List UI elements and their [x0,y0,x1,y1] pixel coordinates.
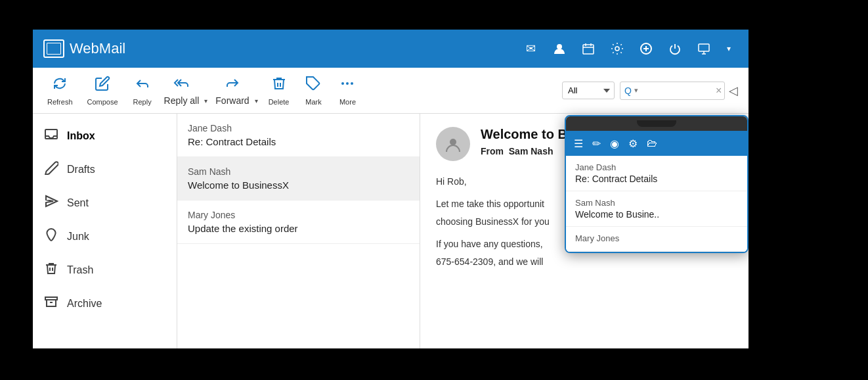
search-clear-button[interactable]: × [716,85,722,97]
app-logo: WebMail [43,39,517,58]
forward-button[interactable]: Forward ▾ [211,71,260,110]
email-item-2[interactable]: Sam Nash Welcome to BusinessX [177,157,420,201]
email-subject-3: Update the existing order [188,223,409,234]
app-title: WebMail [70,40,125,57]
mobile-folder-icon[interactable]: 🗁 [647,137,657,149]
svg-rect-16 [45,130,57,139]
filter-select[interactable]: All Unread Flagged [562,82,615,99]
nav-display-btn[interactable] [691,36,717,62]
app-container: WebMail ✉ ▾ [33,30,749,348]
email-sender-2: Sam Nash [188,166,409,177]
email-subject-2: Welcome to BusinessX [188,179,409,191]
sidebar-item-trash[interactable]: Trash [33,253,177,287]
mobile-settings-icon[interactable]: ⚙ [628,137,638,150]
reply-button[interactable]: Reply [126,72,159,110]
mobile-compose-icon[interactable]: ✏ [592,137,601,150]
nav-settings-btn[interactable] [604,36,630,62]
mobile-sender-2: Sam Nash [575,198,738,208]
mobile-view-icon[interactable]: ◉ [610,137,619,150]
svg-point-13 [342,83,343,84]
nav-add-btn[interactable] [633,36,659,62]
reply-all-icon [173,75,189,93]
email-item-3[interactable]: Mary Jones Update the existing order [177,201,420,244]
mobile-subject-2: Welcome to Busine.. [575,209,738,220]
reply-all-arrow[interactable]: ▾ [203,71,210,110]
trash-icon [43,261,59,279]
email-sender-1: Jane Dash [188,123,409,133]
reply-label: Reply [133,98,152,106]
sidebar-item-archive[interactable]: Archive [33,287,177,320]
from-name: Sam Nash [509,146,553,156]
sidebar-trash-label: Trash [67,264,93,276]
forward-icon [225,75,240,93]
sidebar-item-inbox[interactable]: Inbox [33,119,177,153]
compose-label: Compose [87,98,118,106]
top-nav: ✉ ▾ [517,36,738,62]
top-bar: WebMail ✉ ▾ [33,30,749,68]
sidebar-item-drafts[interactable]: Drafts [33,153,177,186]
mark-button[interactable]: Mark [297,72,330,110]
inbox-icon [43,127,59,145]
search-box: Q ▾ × [620,82,725,100]
more-label: More [339,98,356,106]
reply-all-label: Reply all [164,95,200,106]
refresh-label: Refresh [47,98,73,106]
svg-point-0 [557,44,562,49]
delete-button[interactable]: Delete [262,72,296,110]
search-icon[interactable]: Q [624,85,632,96]
sidebar-item-sent[interactable]: Sent [33,186,177,220]
nav-mail-btn[interactable]: ✉ [517,36,544,62]
from-label: From [481,146,504,156]
mark-icon [305,76,321,95]
email-item-1[interactable]: Jane Dash Re: Contract Details [177,114,420,157]
toolbar-collapse-btn[interactable]: ◁ [726,81,741,101]
search-area: All Unread Flagged Q ▾ × [562,82,725,100]
svg-point-5 [615,47,619,51]
mobile-email-item-1[interactable]: Jane Dash Re: Contract Details [566,156,747,191]
svg-point-14 [347,83,348,84]
archive-icon [43,295,59,312]
svg-point-19 [450,139,456,145]
refresh-button[interactable]: Refresh [41,72,79,110]
mobile-overlay: ☰ ✏ ◉ ⚙ 🗁 Jane Dash Re: Contract Details… [565,115,749,253]
mobile-toolbar: ☰ ✏ ◉ ⚙ 🗁 [566,131,747,156]
svg-rect-18 [45,297,57,300]
device-notch [637,120,676,127]
sidebar-item-junk[interactable]: Junk [33,220,177,253]
refresh-icon [52,76,68,95]
sidebar-junk-label: Junk [67,231,89,243]
compose-icon [95,76,110,95]
mobile-sender-1: Jane Dash [575,162,738,172]
delete-icon [271,76,287,95]
nav-dropdown-btn[interactable]: ▾ [720,36,738,62]
svg-rect-1 [583,45,594,54]
search-input[interactable] [641,85,713,95]
svg-marker-17 [46,196,57,206]
mobile-email-list: Jane Dash Re: Contract Details Sam Nash … [566,156,747,252]
mobile-sender-3: Mary Jones [575,233,738,243]
sidebar-sent-label: Sent [67,197,89,209]
more-button[interactable]: More [331,72,364,110]
compose-button[interactable]: Compose [81,72,125,110]
sidebar-drafts-label: Drafts [67,164,95,176]
sidebar: Inbox Drafts Sent Junk [33,114,177,348]
nav-contacts-btn[interactable] [546,36,573,62]
junk-icon [43,227,59,245]
reply-all-button[interactable]: Reply all ▾ [160,71,211,110]
mobile-email-item-2[interactable]: Sam Nash Welcome to Busine.. [566,191,747,227]
forward-arrow[interactable]: ▾ [253,71,261,110]
sidebar-inbox-label: Inbox [67,130,95,142]
toolbar: Refresh Compose Reply Reply all ▾ [33,68,749,114]
reply-all-main[interactable]: Reply all [160,71,204,110]
reply-icon [135,76,150,95]
mobile-menu-icon[interactable]: ☰ [574,137,583,150]
search-dropdown-icon[interactable]: ▾ [634,86,638,95]
nav-calendar-btn[interactable] [575,36,601,62]
nav-power-btn[interactable] [662,36,688,62]
svg-rect-9 [699,44,709,51]
mobile-email-item-3[interactable]: Mary Jones [566,227,747,252]
more-icon [339,76,355,95]
forward-main[interactable]: Forward [211,71,253,110]
device-frame-top [566,116,747,131]
logo-icon [43,39,64,58]
